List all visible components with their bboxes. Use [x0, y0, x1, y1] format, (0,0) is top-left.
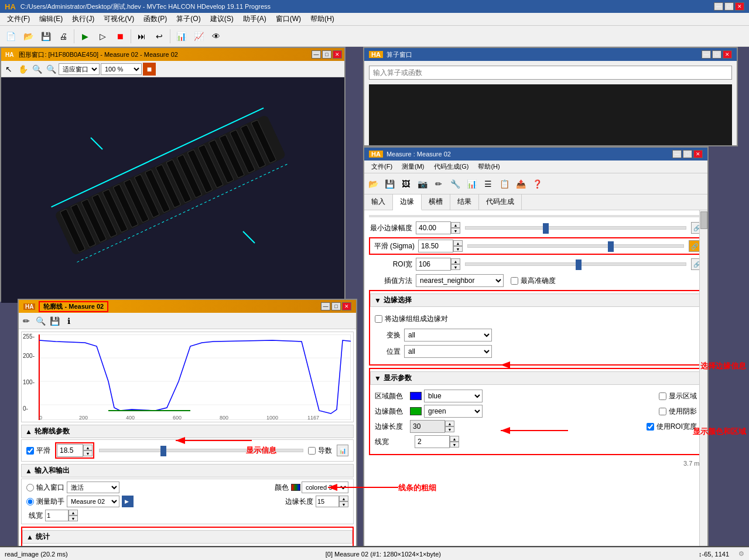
io-header[interactable]: ▲ 输入和输出	[21, 464, 354, 477]
watch-btn[interactable]: 👁	[208, 28, 224, 45]
high-accuracy-checkbox[interactable]	[511, 277, 518, 285]
menu-suggest[interactable]: 建议(S)	[206, 13, 238, 25]
min-edge-slider-thumb[interactable]	[543, 223, 549, 234]
el-down[interactable]: ▼	[339, 501, 348, 507]
operator-input[interactable]	[369, 66, 732, 80]
menu-edit[interactable]: 编辑(E)	[35, 13, 67, 25]
cont-chart-btn[interactable]: 📊	[337, 445, 348, 456]
img-close[interactable]: ✕	[333, 50, 342, 59]
roi-spinner[interactable]: ▲ ▼	[451, 258, 460, 270]
close-button[interactable]: ✕	[735, 2, 744, 11]
meas-close[interactable]: ✕	[693, 150, 703, 158]
main-window-controls[interactable]: — □ ✕	[714, 2, 744, 11]
img-maximize[interactable]: □	[322, 50, 331, 59]
new-btn[interactable]: 📄	[2, 28, 19, 45]
img-tool2[interactable]: ✋	[16, 63, 29, 76]
cont-minimize[interactable]: —	[321, 302, 330, 310]
line-width-io-input[interactable]	[45, 510, 69, 521]
meas-cam[interactable]: 📷	[415, 176, 430, 192]
min-edge-input[interactable]	[416, 221, 451, 234]
cont-tool1[interactable]: ✏	[20, 315, 33, 327]
stop-btn[interactable]: ⏹	[112, 28, 128, 45]
lw-down[interactable]: ▼	[69, 515, 78, 521]
roi-slider-track[interactable]	[465, 262, 686, 266]
cont-slider-thumb[interactable]	[160, 446, 166, 456]
tab-input[interactable]: 输入	[364, 194, 393, 210]
line-width-input[interactable]	[415, 435, 450, 448]
save-btn[interactable]: 💾	[37, 28, 54, 45]
menu-file[interactable]: 文件(F)	[2, 13, 35, 25]
smooth-slider-thumb[interactable]	[608, 241, 614, 252]
meas-menu-file[interactable]: 文件(F)	[367, 161, 397, 172]
edge-section-header[interactable]: ▼ 边缘选择	[370, 293, 702, 307]
cont-maximize[interactable]: □	[331, 302, 341, 310]
meas-minimize[interactable]: —	[672, 150, 682, 158]
min-edge-slider-track[interactable]	[465, 226, 686, 230]
run-once-btn[interactable]: ▷	[94, 28, 111, 45]
op-maximize[interactable]: □	[712, 50, 721, 59]
minimize-button[interactable]: —	[714, 2, 723, 11]
edge-color-select[interactable]: green red blue	[424, 405, 483, 418]
img-color-btn[interactable]: ■	[143, 63, 156, 76]
reset-btn[interactable]: ↩	[151, 28, 167, 45]
img-zoom-out[interactable]: 🔍	[45, 63, 57, 76]
display-section-header[interactable]: ▼ 显示参数	[370, 371, 702, 385]
lw-spinner[interactable]: ▲ ▼	[69, 510, 78, 521]
op-close[interactable]: ✕	[723, 50, 732, 59]
meas-export[interactable]: 📤	[513, 176, 528, 192]
scrollbar-thumb[interactable]	[700, 211, 707, 229]
operator-controls[interactable]: — □ ✕	[702, 50, 732, 59]
smooth-down[interactable]: ▼	[453, 246, 463, 252]
measure-radio[interactable]	[26, 498, 34, 506]
guide-checkbox[interactable]	[308, 447, 316, 455]
contour-smooth-input[interactable]	[57, 444, 83, 457]
contour-smooth-spinner[interactable]: ▲ ▼	[83, 445, 93, 456]
measure-helper-select[interactable]: Measure 02	[67, 496, 119, 507]
measure-controls[interactable]: — □ ✕	[672, 150, 703, 158]
print-btn[interactable]: 🖨	[55, 28, 71, 45]
img-zoom-in[interactable]: 🔍	[30, 63, 43, 76]
smooth-checkbox[interactable]	[26, 447, 34, 455]
roi-input[interactable]	[416, 258, 451, 271]
smooth-spinner[interactable]: ▲ ▼	[453, 240, 463, 252]
op-minimize[interactable]: —	[702, 50, 711, 59]
smooth-slider-track[interactable]	[467, 244, 684, 248]
interp-select[interactable]: nearest_neighbor bilinear bicubic	[416, 274, 504, 287]
transition-select[interactable]: all positive negative	[404, 329, 492, 342]
color-select[interactable]: colored 3	[302, 482, 348, 493]
cs-down[interactable]: ▼	[83, 450, 93, 456]
measure-scrollbar[interactable]	[699, 210, 707, 546]
use-shadow-checkbox[interactable]	[659, 408, 666, 415]
smooth-input[interactable]	[418, 240, 453, 252]
meas-maximize[interactable]: □	[683, 150, 692, 158]
input-window-radio[interactable]	[26, 484, 34, 491]
contour-controls[interactable]: — □ ✕	[321, 302, 351, 310]
meas-help[interactable]: ❓	[529, 176, 545, 192]
tab-codegen[interactable]: 代码生成	[479, 194, 522, 210]
min-edge-up[interactable]: ▲	[451, 222, 460, 228]
tab-result[interactable]: 结果	[450, 194, 479, 210]
cont-info[interactable]: ℹ	[62, 315, 75, 327]
min-edge-spinner[interactable]: ▲ ▼	[451, 222, 460, 234]
image-window-controls[interactable]: — □ ✕	[312, 50, 342, 59]
roi-slider-thumb[interactable]	[576, 259, 582, 270]
show-region-checkbox[interactable]	[659, 392, 666, 400]
meas-img[interactable]: 🖼	[398, 176, 413, 192]
img-zoom-select[interactable]: 100 %	[101, 63, 142, 75]
menu-assistant[interactable]: 助手(A)	[238, 13, 271, 25]
use-roi-width-checkbox[interactable]	[647, 423, 654, 431]
img-fit-dropdown[interactable]: 适应窗口	[59, 63, 100, 75]
roi-up[interactable]: ▲	[451, 258, 460, 264]
roi-down[interactable]: ▼	[451, 264, 460, 270]
min-edge-down[interactable]: ▼	[451, 228, 460, 234]
edge-len-spinner[interactable]: ▲ ▼	[339, 496, 348, 507]
open-btn[interactable]: 📂	[20, 28, 36, 45]
meas-chart[interactable]: 📊	[464, 176, 479, 192]
maximize-button[interactable]: □	[724, 2, 734, 11]
menu-visual[interactable]: 可视化(V)	[99, 13, 139, 25]
menu-func[interactable]: 函数(P)	[139, 13, 172, 25]
edge-length-down[interactable]: ▼	[445, 426, 454, 432]
cont-save[interactable]: 💾	[48, 315, 61, 327]
tab-edge[interactable]: 边缘	[393, 194, 422, 210]
contour-params-header[interactable]: ▲ 轮廓线参数	[21, 425, 354, 438]
